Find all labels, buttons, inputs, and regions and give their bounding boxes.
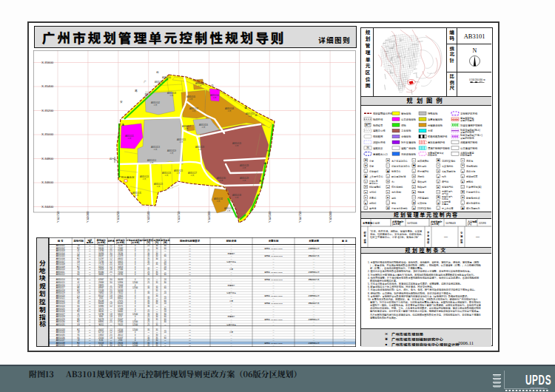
svg-text:(平方米): (平方米) [97, 241, 105, 244]
svg-text:沿路建筑控制线: 沿路建筑控制线 [460, 140, 478, 143]
svg-text:—: — [147, 266, 149, 268]
svg-text:—: — [156, 321, 158, 323]
svg-text:29785: 29785 [118, 273, 124, 276]
svg-text:2.5: 2.5 [110, 263, 112, 266]
svg-text:■: ■ [386, 342, 388, 346]
svg-text:AB310129: AB310129 [56, 318, 66, 321]
svg-text:N: N [473, 47, 477, 54]
svg-text:2.5: 2.5 [110, 334, 112, 337]
svg-text:燃气站: 燃气站 [442, 180, 448, 183]
svg-text:二类: 二类 [249, 115, 252, 118]
svg-text:—: — [164, 253, 166, 255]
svg-text:—: — [164, 290, 166, 292]
svg-text:80004: 80004 [98, 302, 104, 305]
svg-text:10116: 10116 [118, 263, 124, 266]
svg-text:0 100 200 400 米: 0 100 200 400 米 [469, 78, 485, 81]
svg-text:—: — [164, 334, 166, 337]
svg-text:50823: 50823 [118, 266, 124, 268]
svg-text:29016: 29016 [118, 342, 124, 345]
svg-text:1.2: 1.2 [110, 247, 112, 250]
svg-text:✚: ✚ [437, 196, 440, 199]
svg-text:+: + [365, 170, 366, 173]
svg-text:—: — [89, 268, 91, 271]
svg-text:—: — [189, 287, 191, 289]
svg-text:编号: 编号 [366, 124, 371, 126]
svg-text:AB310104: AB310104 [56, 252, 66, 255]
svg-text:S1: S1 [77, 334, 80, 337]
svg-text:邮政局所: 邮政局所 [417, 186, 426, 189]
svg-text:—: — [147, 248, 149, 250]
svg-text:X-35000: X-35000 [41, 132, 54, 136]
svg-text:65153: 65153 [98, 342, 104, 345]
svg-text:—: — [189, 329, 191, 331]
svg-text:9892: 9892 [99, 315, 104, 318]
svg-text:工业用地: 工业用地 [401, 129, 411, 132]
svg-text:M1: M1 [77, 254, 80, 257]
svg-text:轨道交通保护范围线: 轨道交通保护范围线 [460, 123, 482, 126]
svg-text:水厂: 水厂 [391, 180, 396, 183]
svg-text:27071: 27071 [118, 300, 124, 303]
svg-text:—: — [89, 255, 91, 257]
svg-text:—: — [89, 285, 91, 287]
svg-text:AB310117: AB310117 [56, 286, 65, 289]
svg-text:—: — [189, 250, 191, 252]
svg-text:▣: ▣ [387, 180, 389, 183]
svg-text:公交站场: 公交站场 [417, 202, 426, 205]
svg-text:12500: 12500 [132, 328, 138, 331]
svg-text:编 号: 编 号 [58, 240, 64, 243]
svg-text:—: — [164, 295, 166, 297]
svg-text:—: — [89, 314, 91, 316]
svg-text:城市轨道车站: 城市轨道车站 [466, 201, 480, 205]
svg-text:65042: 65042 [118, 302, 124, 305]
svg-text:25550: 25550 [98, 337, 104, 339]
svg-text:—: — [189, 266, 191, 268]
svg-text:37500: 37500 [118, 320, 124, 323]
svg-text:综合文化活动中心: 综合文化活动中心 [391, 164, 411, 168]
svg-text:X-35200: X-35200 [41, 109, 54, 112]
svg-text:36093: 36093 [118, 278, 124, 281]
svg-text:52856: 52856 [118, 281, 124, 284]
svg-text:—: — [164, 339, 166, 342]
svg-text:消防站: 消防站 [417, 175, 424, 178]
svg-text:及保护控制线: 及保护控制线 [460, 130, 474, 133]
svg-text:AB310125: AB310125 [56, 308, 66, 311]
svg-text:二类: 二类 [198, 85, 202, 87]
svg-text:R2: R2 [77, 342, 80, 345]
svg-text:质检站: 质检站 [466, 180, 473, 183]
svg-text:220KV变电站: 220KV变电站 [417, 207, 431, 210]
svg-text:—: — [189, 255, 191, 257]
svg-text:70852: 70852 [98, 291, 104, 294]
svg-text:1.8: 1.8 [110, 337, 112, 339]
svg-text:—: — [189, 308, 191, 311]
svg-text:—: — [189, 334, 191, 337]
svg-text:—: — [189, 290, 191, 292]
svg-text:城市货运码头: 城市货运码头 [466, 206, 480, 210]
svg-text:■: ■ [437, 186, 439, 189]
svg-text:▲: ▲ [365, 191, 367, 194]
svg-text:R2: R2 [77, 289, 80, 292]
svg-text:▲: ▲ [413, 180, 415, 183]
svg-text:51297: 51297 [98, 257, 104, 260]
svg-text:110KV变电站: 110KV变电站 [442, 160, 455, 163]
svg-text:G1: G1 [77, 273, 80, 276]
svg-text:小学: 小学 [229, 268, 234, 271]
svg-text:—: — [110, 339, 112, 342]
svg-text:按原规划执行: 按原规划执行 [308, 247, 320, 250]
svg-text:X-35600: X-35600 [41, 61, 54, 64]
svg-text:47566: 47566 [118, 268, 124, 271]
svg-text:—: — [189, 263, 191, 266]
svg-text:穗规地, 07-2004-0001: 穗规地, 07-2004-0001 [264, 318, 283, 321]
svg-text:—: — [164, 305, 166, 308]
svg-text:—: — [89, 316, 91, 318]
svg-text:道路中心线: 道路中心线 [373, 129, 386, 132]
svg-text:穗规地, 07-2004-0001: 穗规地, 07-2004-0001 [264, 247, 283, 250]
svg-text:二类: 二类 [185, 128, 189, 130]
svg-text:和: 和 [156, 71, 158, 74]
svg-text:二类: 二类 [189, 98, 193, 101]
svg-text:配套设施: 配套设施 [363, 232, 366, 244]
svg-text:●: ● [413, 186, 414, 189]
svg-text:二类: 二类 [170, 95, 174, 97]
svg-text:▣: ▣ [437, 170, 440, 173]
svg-text:—: — [189, 319, 191, 321]
svg-text:UPDS: UPDS [525, 372, 551, 387]
